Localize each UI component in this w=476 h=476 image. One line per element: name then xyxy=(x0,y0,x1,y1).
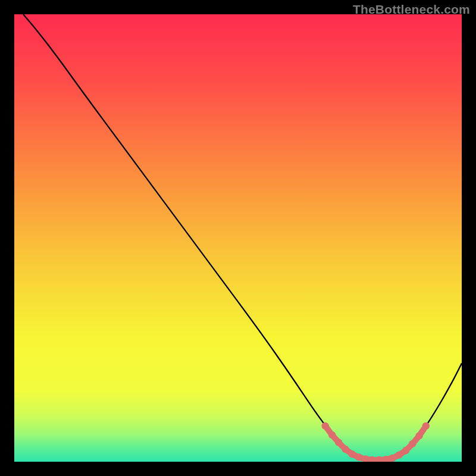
gradient-background xyxy=(14,14,462,462)
optimal-range-dot xyxy=(335,439,342,446)
optimal-range-dot xyxy=(328,431,336,439)
plot-area xyxy=(14,14,462,462)
optimal-range-dot xyxy=(422,422,430,430)
optimal-range-dot xyxy=(342,446,349,453)
chart-svg xyxy=(14,14,462,462)
optimal-range-dot xyxy=(415,432,422,439)
optimal-range-dot xyxy=(409,440,416,447)
optimal-range-dot xyxy=(396,452,403,459)
optimal-range-dot xyxy=(349,450,356,458)
chart-container: TheBottleneck.com xyxy=(0,0,476,476)
optimal-range-dot xyxy=(402,447,409,454)
optimal-range-dot xyxy=(321,422,328,430)
optimal-range-dot xyxy=(389,455,396,462)
optimal-range-dot xyxy=(355,453,362,461)
